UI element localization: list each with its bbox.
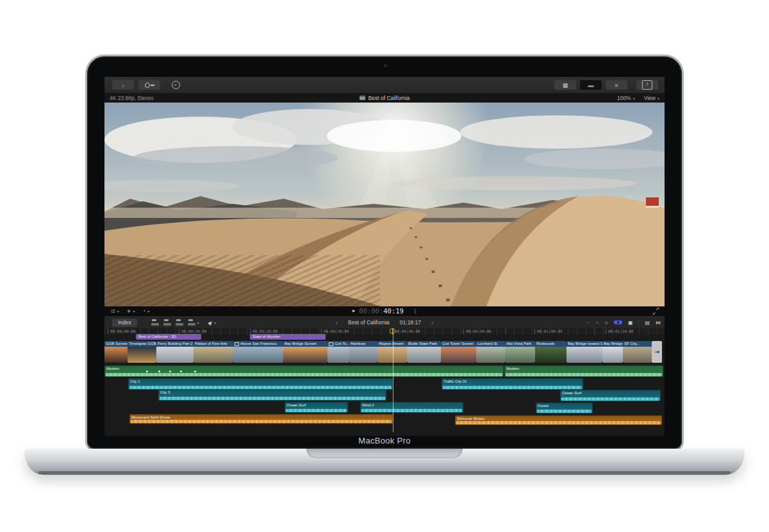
- video-clip[interactable]: Ferry Building Part 2: [156, 341, 194, 363]
- ruler-tick: 00:01:10:00: [606, 329, 634, 334]
- audio-clip-label: Traffic City 01: [442, 378, 583, 384]
- keyframe-dot[interactable]: [158, 370, 160, 372]
- next-project-icon[interactable]: ›: [431, 319, 433, 326]
- timeline-area[interactable]: 00:00:00:0000:00:10:0000:00:20:0000:00:3…: [104, 328, 665, 436]
- grid-icon: ▦: [563, 82, 568, 88]
- video-clip[interactable]: Lombard St.: [476, 341, 505, 363]
- video-clip[interactable]: Above San Francisco: [233, 341, 283, 363]
- zoom-dropdown[interactable]: 100%▾: [617, 95, 635, 101]
- close-timeline-icon[interactable]: ⋈: [656, 320, 661, 326]
- secondary-display-icon[interactable]: ▤: [645, 320, 650, 326]
- brand-label: MacBook Pro: [87, 436, 682, 445]
- audio-clip[interactable]: Ocean Surf: [560, 390, 661, 401]
- prev-project-icon[interactable]: ‹: [336, 319, 338, 326]
- chapter-marker[interactable]: State of Wonder: [250, 334, 326, 340]
- video-clip-thumbnail: [407, 347, 441, 363]
- video-clip[interactable]: Timelapse GGB: [128, 341, 156, 363]
- video-clip-thumbnail: [441, 347, 476, 363]
- keyframe-dot[interactable]: [180, 370, 182, 372]
- audio-clip[interactable]: Modern: [104, 365, 504, 377]
- video-clip[interactable]: Bay Bridge Sunset: [283, 341, 327, 363]
- ruler-tick: 00:00:10:00: [179, 329, 207, 334]
- background-tasks-button[interactable]: ✓: [165, 80, 186, 90]
- chevron-down-icon: ▾: [657, 97, 659, 101]
- audio-clip[interactable]: Shimmer Motion: [455, 415, 662, 425]
- video-clip[interactable]: Mojave Desert: [377, 341, 407, 363]
- share-icon: ↑: [642, 80, 652, 90]
- video-clip-label: Above San Francisco: [233, 341, 283, 347]
- video-clip-thumbnail: [349, 347, 377, 363]
- video-clip[interactable]: Bodie State Park: [407, 341, 441, 363]
- audio-clip-label: Ocean Surf: [285, 402, 348, 408]
- audio-skimming-icon[interactable]: ≈: [596, 320, 599, 326]
- chapter-marker[interactable]: Best of California - 3D: [136, 334, 201, 340]
- solo-headphones-icon[interactable]: ∩: [604, 320, 608, 326]
- audio-clip[interactable]: City 3: [158, 389, 386, 401]
- video-clip-label: Timelapse GGB: [128, 341, 156, 347]
- video-clip-label: GGB Sunset: [104, 341, 128, 347]
- viewer-canvas[interactable]: [104, 103, 665, 306]
- ruler-tick: 00:00:40:00: [392, 329, 420, 334]
- video-clip[interactable]: Palace of Fine Arts: [194, 341, 233, 363]
- video-clip-thumbnail: [476, 347, 505, 363]
- clip-appearance-icon[interactable]: ▣: [628, 320, 633, 326]
- keywords-button[interactable]: [138, 80, 160, 90]
- snapping-icon[interactable]: [614, 320, 622, 324]
- view-dropdown[interactable]: View▾: [644, 95, 659, 101]
- audio-clip-label: Modern: [504, 365, 663, 371]
- playhead-top[interactable]: [392, 328, 393, 335]
- video-clip[interactable]: SF City...: [623, 341, 652, 363]
- playhead-line[interactable]: [393, 335, 393, 432]
- video-clip[interactable]: Bay Bridge toward SF: [566, 341, 602, 363]
- video-clip-thumbnail: [505, 347, 535, 363]
- video-clip-thumbnail: [283, 347, 327, 363]
- video-clip-thumbnail: [194, 347, 233, 363]
- video-clip[interactable]: Coit Tower Sunset: [441, 341, 476, 363]
- video-clip-label: SF City...: [623, 341, 652, 347]
- video-clip[interactable]: Bay Bridge: [602, 341, 623, 363]
- audio-clip[interactable]: Wind 2: [360, 402, 463, 413]
- video-clip-thumbnail: [535, 347, 566, 363]
- inspector-toggle-button[interactable]: ≡: [606, 80, 627, 90]
- video-clip[interactable]: GGB Sunset: [104, 341, 128, 363]
- browser-toggle-button[interactable]: ▦: [554, 80, 576, 90]
- keyframe-dot[interactable]: [169, 370, 171, 372]
- keyframe-dot[interactable]: [146, 370, 148, 372]
- video-clip-label: Palace of Fine Arts: [194, 341, 233, 347]
- audio-waveform: [106, 373, 502, 376]
- check-circle-icon: ✓: [172, 81, 180, 89]
- divider: [638, 319, 639, 326]
- timeline-project-name[interactable]: Best of California: [348, 319, 390, 326]
- share-button[interactable]: ↑: [636, 80, 658, 90]
- keyframe-dot[interactable]: [194, 370, 196, 372]
- audio-clip[interactable]: Modern: [504, 365, 663, 377]
- timeline-toggle-button[interactable]: ▬: [580, 80, 602, 90]
- play-icon[interactable]: ▶: [352, 308, 355, 313]
- audio-clip[interactable]: Movement Swirl Drone: [129, 414, 393, 424]
- primary-storyline: GGB SunsetTimelapse GGBFerry Building Pa…: [104, 341, 665, 363]
- audio-clip[interactable]: Forest: [536, 403, 593, 413]
- audio-clip-label: Shimmer Motion: [455, 415, 662, 421]
- audio-waveform: [506, 373, 662, 376]
- audio-waveform: [537, 410, 591, 413]
- audio-clip[interactable]: City 1: [128, 378, 393, 390]
- import-media-button[interactable]: ↓: [112, 80, 134, 90]
- video-clip[interactable]: Rainbow: [349, 341, 377, 363]
- video-clip[interactable]: Redwoods: [535, 341, 566, 363]
- video-clip[interactable]: Coit To...: [327, 341, 349, 363]
- video-clip[interactable]: Alta Vista Park: [505, 341, 535, 363]
- audio-waveform: [456, 421, 661, 424]
- timeline-nav: ‹ Best of California 01:18:17 ›: [104, 319, 665, 326]
- video-clip-thumbnail: [156, 347, 194, 363]
- skimming-icon[interactable]: ◦◦: [586, 320, 590, 326]
- video-clip-thumbnail: [128, 347, 156, 363]
- fullscreen-icon[interactable]: ↗↙: [652, 308, 659, 315]
- pause-icon[interactable]: ∥: [414, 308, 417, 314]
- audio-clip[interactable]: Ocean Surf: [285, 402, 348, 413]
- timeline-end-marker: ⇥: [652, 341, 662, 363]
- audio-clip-label: Ocean Surf: [560, 390, 661, 395]
- analysis-badge-icon: [329, 342, 333, 346]
- viewer-info-bar: 4K 23.98p, Stereo Best of California 100…: [104, 93, 665, 103]
- audio-clip[interactable]: Traffic City 01: [442, 378, 583, 390]
- audio-waveform: [361, 409, 462, 412]
